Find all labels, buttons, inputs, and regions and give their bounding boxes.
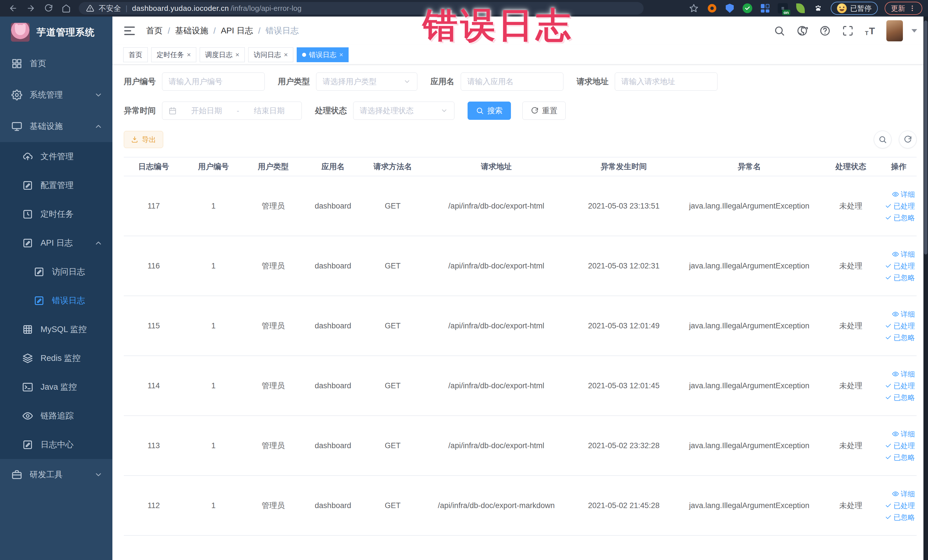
sidebar-item-mysql[interactable]: MySQL 监控 bbox=[0, 315, 112, 344]
chrome-update-pill[interactable]: 更新 bbox=[885, 2, 922, 15]
bookmark-star-icon[interactable] bbox=[688, 3, 699, 14]
cell-app: dashboard bbox=[303, 296, 363, 356]
browser-menu-kebab-icon[interactable] bbox=[908, 5, 916, 12]
hide-search-button[interactable] bbox=[874, 131, 891, 148]
chevron-down-icon bbox=[403, 78, 411, 85]
sidebar-item-java[interactable]: Java 监控 bbox=[0, 372, 112, 401]
column-header: 用户编号 bbox=[183, 157, 243, 176]
search-button[interactable]: 搜索 bbox=[467, 102, 511, 120]
sidebar-item-error-log[interactable]: 错误日志 bbox=[0, 286, 112, 315]
sidebar-fold-icon[interactable] bbox=[123, 24, 136, 37]
ext-white-paw-icon[interactable] bbox=[812, 3, 824, 14]
export-button[interactable]: 导出 bbox=[124, 131, 163, 148]
tab-访问日志[interactable]: 访问日志× bbox=[248, 47, 293, 62]
ext-blue-shield-icon[interactable] bbox=[724, 3, 736, 14]
action-详细[interactable]: 详细 bbox=[892, 250, 915, 259]
action-已忽略[interactable]: 已忽略 bbox=[885, 513, 915, 522]
sidebar-item-system[interactable]: 系统管理 bbox=[0, 79, 112, 111]
sidebar-item-access-log[interactable]: 访问日志 bbox=[0, 257, 112, 286]
sidebar-item-home[interactable]: 首页 bbox=[0, 48, 112, 79]
sidebar-item-api-log[interactable]: API 日志 bbox=[0, 229, 112, 257]
url-path[interactable]: /infra/log/api-error-log bbox=[230, 4, 302, 13]
date-range-picker[interactable]: - bbox=[162, 102, 302, 120]
breadcrumb-item[interactable]: 首页 bbox=[146, 25, 163, 37]
request-url-input[interactable] bbox=[615, 72, 717, 91]
help-icon[interactable] bbox=[819, 25, 831, 37]
action-已处理[interactable]: 已处理 bbox=[885, 321, 915, 331]
breadcrumb-item[interactable]: 基础设施 bbox=[175, 25, 208, 37]
app-name-input[interactable] bbox=[461, 72, 563, 91]
ext-blue-grid-icon[interactable] bbox=[759, 3, 771, 14]
action-已忽略[interactable]: 已忽略 bbox=[885, 333, 915, 342]
ext-on-toggle-icon[interactable]: ≡on bbox=[777, 3, 789, 14]
action-已处理[interactable]: 已处理 bbox=[885, 381, 915, 391]
tab-定时任务[interactable]: 定时任务× bbox=[151, 47, 196, 62]
download-icon bbox=[131, 136, 138, 143]
reset-button[interactable]: 重置 bbox=[522, 102, 566, 120]
sidebar-item-infra[interactable]: 基础设施 bbox=[0, 111, 112, 142]
refresh-table-button[interactable] bbox=[899, 131, 917, 148]
sidebar-item-redis[interactable]: Redis 监控 bbox=[0, 344, 112, 372]
user-menu-caret-icon[interactable] bbox=[911, 29, 917, 32]
scrollbar-thumb[interactable] bbox=[924, 21, 927, 255]
action-已处理[interactable]: 已处理 bbox=[885, 441, 915, 450]
security-label[interactable]: 不安全 bbox=[99, 3, 121, 14]
cell-id: 112 bbox=[124, 476, 183, 536]
sidebar-item-trace[interactable]: 链路追踪 bbox=[0, 401, 112, 430]
address-bar[interactable]: 不安全 | dashboard.yudao.iocoder.cn/infra/l… bbox=[79, 2, 644, 15]
action-详细[interactable]: 详细 bbox=[892, 190, 915, 199]
fullscreen-icon[interactable] bbox=[842, 25, 853, 37]
header-search-icon[interactable] bbox=[774, 25, 785, 37]
cell-method: GET bbox=[363, 236, 423, 296]
action-详细[interactable]: 详细 bbox=[892, 429, 915, 439]
end-date-input[interactable] bbox=[243, 107, 295, 115]
user-type-select[interactable]: 请选择用户类型 bbox=[316, 72, 417, 91]
browser-back-icon[interactable] bbox=[6, 2, 21, 15]
github-icon[interactable] bbox=[797, 25, 808, 37]
action-已忽略[interactable]: 已忽略 bbox=[885, 213, 915, 223]
tab-close-icon[interactable]: × bbox=[284, 51, 288, 58]
ext-green-check-icon[interactable] bbox=[742, 3, 753, 14]
action-详细[interactable]: 详细 bbox=[892, 310, 915, 319]
action-已忽略[interactable]: 已忽略 bbox=[885, 453, 915, 462]
ext-green-leaf-icon[interactable] bbox=[795, 3, 806, 14]
sidebar-item-label: Java 监控 bbox=[41, 381, 77, 393]
not-secure-warning-icon[interactable] bbox=[86, 4, 94, 12]
url-domain[interactable]: dashboard.yudao.iocoder.cn bbox=[132, 4, 229, 13]
ext-orange-donut-icon[interactable] bbox=[706, 3, 718, 14]
tab-close-icon[interactable]: × bbox=[235, 51, 240, 58]
page-scrollbar[interactable] bbox=[923, 17, 928, 560]
action-已处理[interactable]: 已处理 bbox=[885, 261, 915, 271]
table-row: 1171管理员dashboardGET/api/infra/db-doc/exp… bbox=[124, 176, 917, 236]
tab-首页[interactable]: 首页 bbox=[123, 47, 148, 62]
tab-错误日志[interactable]: 错误日志× bbox=[297, 47, 349, 62]
tab-close-icon[interactable]: × bbox=[339, 51, 343, 58]
app-logo[interactable]: 芋道管理系统 bbox=[0, 17, 112, 48]
extension-paused-pill[interactable]: 已暂停 bbox=[831, 2, 878, 15]
action-详细[interactable]: 详细 bbox=[892, 489, 915, 499]
tab-调度日志[interactable]: 调度日志× bbox=[200, 47, 245, 62]
action-已处理[interactable]: 已处理 bbox=[885, 201, 915, 211]
sidebar-item-config[interactable]: 配置管理 bbox=[0, 171, 112, 200]
action-已处理[interactable]: 已处理 bbox=[885, 501, 915, 510]
tab-close-icon[interactable]: × bbox=[187, 51, 191, 58]
browser-forward-icon[interactable] bbox=[23, 2, 38, 15]
check-icon bbox=[885, 514, 892, 520]
sidebar-item-job[interactable]: 定时任务 bbox=[0, 200, 112, 229]
cell-user_type: 管理员 bbox=[243, 296, 303, 356]
process-status-select[interactable]: 请选择处理状态 bbox=[353, 102, 455, 120]
font-size-icon[interactable]: TT bbox=[865, 25, 875, 37]
breadcrumb-item[interactable]: API 日志 bbox=[221, 25, 253, 37]
user-avatar[interactable] bbox=[886, 20, 903, 41]
start-date-input[interactable] bbox=[180, 107, 233, 115]
sidebar-item-log-center[interactable]: 日志中心 bbox=[0, 430, 112, 459]
sidebar-item-file[interactable]: 文件管理 bbox=[0, 142, 112, 171]
user-id-input[interactable] bbox=[162, 72, 265, 91]
sidebar-item-dev-tools[interactable]: 研发工具 bbox=[0, 459, 112, 490]
browser-home-icon[interactable] bbox=[59, 2, 73, 15]
action-详细[interactable]: 详细 bbox=[892, 369, 915, 379]
browser-reload-icon[interactable] bbox=[41, 2, 56, 15]
action-已忽略[interactable]: 已忽略 bbox=[885, 393, 915, 402]
action-已忽略[interactable]: 已忽略 bbox=[885, 273, 915, 282]
search-icon bbox=[476, 107, 484, 115]
